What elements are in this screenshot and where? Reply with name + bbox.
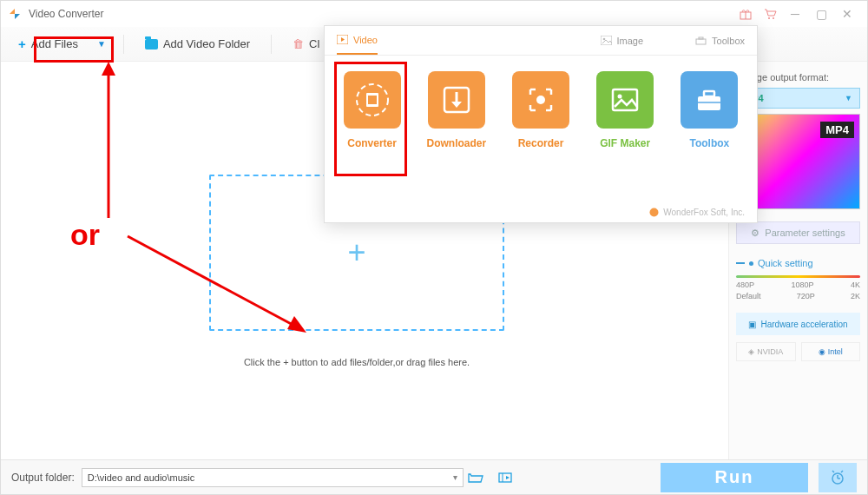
minimize-button[interactable]: ─: [782, 3, 808, 24]
open-folder-button[interactable]: [464, 468, 487, 487]
wonderfox-icon: [649, 208, 659, 217]
schedule-button[interactable]: [819, 463, 857, 492]
merge-button[interactable]: [494, 468, 516, 487]
trash-icon: 🗑: [293, 37, 304, 50]
popup-footer: WonderFox Soft, Inc.: [649, 208, 745, 217]
dropzone-plus-icon: +: [347, 234, 365, 271]
svg-rect-23: [613, 89, 637, 110]
svg-marker-6: [506, 476, 510, 479]
tile-recorder[interactable]: Recorder: [509, 71, 572, 149]
tab-toolbox[interactable]: Toolbox: [695, 26, 745, 55]
svg-rect-15: [699, 37, 703, 39]
svg-point-28: [650, 208, 659, 217]
hardware-accel-button[interactable]: ▣ Hardware acceleration: [736, 313, 860, 335]
gift-icon[interactable]: [733, 4, 758, 23]
svg-marker-21: [451, 102, 462, 108]
chevron-down-icon: ▼: [845, 94, 852, 102]
clear-button[interactable]: 🗑 Cl: [286, 33, 326, 55]
sliders-icon: ⚙: [751, 228, 760, 239]
plus-icon: +: [18, 36, 26, 51]
quick-setting-label: Quick setting: [758, 258, 813, 268]
annotation-or-text: or: [70, 218, 100, 252]
tab-video[interactable]: Video: [337, 26, 378, 55]
add-folder-button[interactable]: Add Video Folder: [138, 33, 257, 55]
intel-icon: ◉: [819, 347, 825, 356]
footer: Output folder: ▾ Run: [1, 459, 867, 494]
tile-downloader[interactable]: Downloader: [424, 71, 488, 149]
svg-point-22: [536, 96, 545, 104]
svg-rect-25: [698, 96, 720, 110]
vendor-row: ◈NVIDIA ◉Intel: [736, 342, 860, 361]
clear-label: Cl: [309, 37, 319, 50]
parameter-settings-label: Parameter settings: [765, 228, 845, 238]
output-folder-dropdown-icon[interactable]: ▾: [453, 472, 457, 482]
output-folder-input[interactable]: [82, 468, 464, 487]
toolbox-tab-icon: [695, 36, 707, 45]
annotation-highlight-converter: [334, 62, 407, 176]
vendor-nvidia: ◈NVIDIA: [736, 342, 796, 361]
svg-point-13: [602, 38, 605, 41]
download-icon: [439, 82, 474, 117]
image-icon: [601, 36, 612, 45]
svg-marker-11: [341, 37, 345, 42]
tab-image[interactable]: Image: [601, 26, 644, 55]
format-tag: MP4: [820, 122, 854, 138]
quality-slider[interactable]: [736, 275, 860, 278]
hardware-accel-label: Hardware acceleration: [760, 320, 847, 329]
folder-icon: [145, 39, 158, 50]
svg-rect-14: [696, 39, 706, 44]
chip-icon: ▣: [748, 320, 756, 329]
recorder-icon: [523, 82, 558, 117]
svg-point-24: [618, 95, 622, 99]
tile-toolbox[interactable]: Toolbox: [678, 71, 741, 149]
video-icon: [337, 35, 348, 44]
parameter-settings-button[interactable]: ⚙ Parameter settings: [736, 221, 860, 244]
app-title: Video Converter: [29, 8, 104, 20]
vendor-intel: ◉Intel: [801, 342, 861, 361]
toolbox-icon: [692, 82, 727, 117]
svg-rect-26: [704, 91, 714, 96]
svg-point-3: [773, 17, 774, 19]
dropzone-hint: Click the + button to add files/folder,o…: [209, 357, 504, 367]
nvidia-icon: ◈: [748, 347, 754, 356]
gif-icon: [608, 82, 642, 117]
close-button[interactable]: ✕: [834, 3, 860, 24]
titlebar: Video Converter ─ ▢ ✕: [1, 1, 867, 27]
quick-setting-header: Quick setting: [736, 258, 860, 268]
maximize-button[interactable]: ▢: [808, 3, 834, 24]
svg-point-2: [768, 17, 770, 19]
annotation-highlight-add-files: [34, 36, 114, 63]
add-folder-label: Add Video Folder: [163, 37, 250, 50]
quality-labels-top: 480P1080P4K: [736, 280, 860, 289]
run-button[interactable]: Run: [661, 463, 808, 492]
popup-tabs: Video Image Toolbox: [325, 26, 757, 56]
output-folder-label: Output folder:: [11, 472, 75, 484]
tile-gif-maker[interactable]: GIF Maker: [594, 71, 657, 149]
cart-icon[interactable]: [758, 4, 782, 23]
app-logo-icon: [8, 7, 22, 21]
quality-labels-bottom: Default720P2K: [736, 292, 860, 300]
